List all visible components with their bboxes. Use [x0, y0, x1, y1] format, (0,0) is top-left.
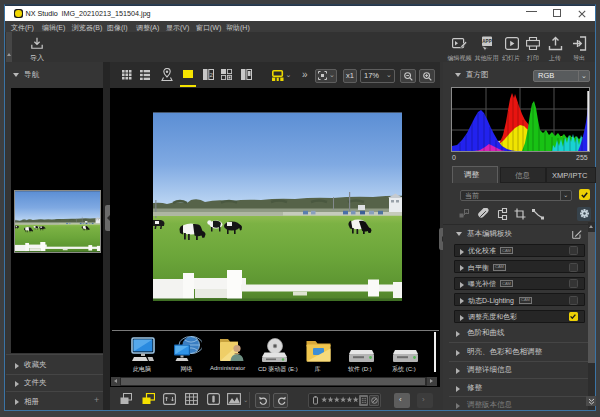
svg-text:2: 2: [210, 72, 214, 78]
svg-text:APP: APP: [482, 39, 491, 44]
